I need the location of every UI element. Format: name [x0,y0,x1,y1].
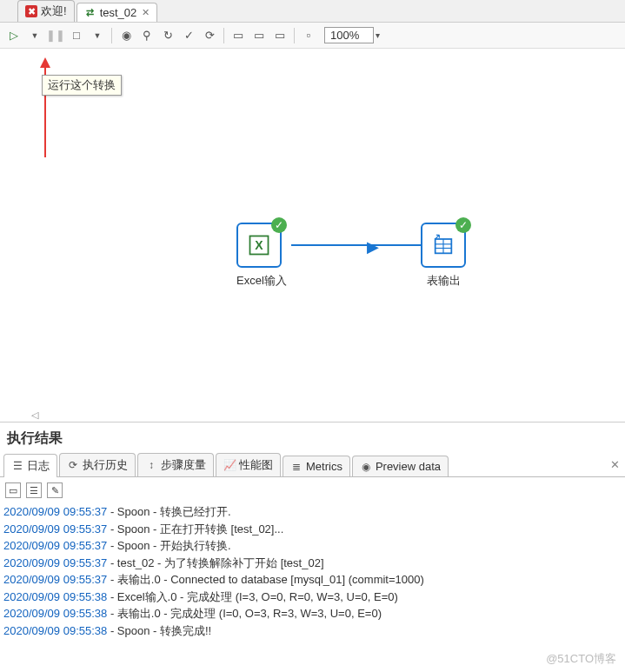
editor-tabs: ✖ 欢迎! ⇄ test_02 ✕ [0,0,625,23]
success-badge-icon: ✓ [271,217,287,233]
svg-marker-1 [40,57,50,68]
rtab-metrics-label: Metrics [306,460,342,473]
verify-button[interactable]: ✓ [179,26,198,45]
log-line: 2020/09/09 09:55:38 - 表输出.0 - 完成处理 (I=0,… [3,605,622,622]
log-line: 2020/09/09 09:55:37 - 表输出.0 - Connected … [3,571,622,589]
tab-welcome-label: 欢迎! [41,3,67,19]
stop-button[interactable]: □ [67,26,86,45]
separator [111,28,112,43]
history-icon: ⟳ [67,459,79,471]
tab-test02-label: test_02 [100,6,137,19]
tab-welcome[interactable]: ✖ 欢迎! [17,0,75,22]
log-line: 2020/09/09 09:55:37 - Spoon - 正在打开转换 [te… [3,521,622,538]
explore-db-button[interactable]: ▭ [249,26,269,45]
perf-icon: 📈 [223,459,236,471]
log-line: 2020/09/09 09:55:37 - Spoon - 转换已经打开. [3,503,622,521]
svg-text:X: X [255,238,263,252]
run-tooltip: 运行这个转换 [42,75,122,96]
step-metrics-icon: ↕ [145,459,157,471]
log-line: 2020/09/09 09:55:37 - Spoon - 开始执行转换. [3,537,622,555]
preview-button[interactable]: ◉ [116,26,136,45]
rtab-history-label: 执行历史 [83,457,128,473]
rtab-perf[interactable]: 📈 性能图 [216,453,281,476]
step-excel-label: Excel输入 [236,273,287,289]
show-results-button[interactable]: ▭ [270,26,289,45]
impact-button[interactable]: ⟳ [200,26,219,45]
transform-icon: ⇄ [84,7,96,19]
excel-input-icon: X ✓ [236,223,282,268]
log-clear-button[interactable]: ▭ [5,482,21,498]
pause-button[interactable]: ❚❚ [46,26,65,45]
rtab-steps-label: 步骤度量 [161,457,206,473]
replay-button[interactable]: ↻ [158,26,177,45]
welcome-icon: ✖ [25,5,37,17]
close-panel-icon[interactable]: ✕ [610,458,620,471]
separator [223,28,224,43]
scroll-left-icon[interactable]: ◁ [31,409,42,420]
table-output-icon: ✓ [421,223,466,268]
rtab-preview[interactable]: ◉ Preview data [352,456,449,476]
rtab-step-metrics[interactable]: ↕ 步骤度量 [137,453,214,476]
step-table-label: 表输出 [421,273,466,289]
watermark: @51CTO博客 [546,651,616,667]
metrics-icon: ≣ [290,461,303,473]
chevron-down-icon[interactable]: ▾ [376,30,380,40]
log-line: 2020/09/09 09:55:37 - test_02 - 为了转换解除补丁… [3,555,622,572]
results-title: 执行结果 [7,429,618,448]
align-button[interactable]: ▫ [299,26,318,45]
log-icon: ☰ [11,460,23,472]
log-settings-button[interactable]: ☰ [26,482,42,498]
toolbar: ▷ ▼ ❚❚ □ ▼ ◉ ⚲ ↻ ✓ ⟳ ▭ ▭ ▭ ▫ 100% ▾ [0,23,625,49]
close-icon[interactable]: ✕ [142,7,150,18]
rtab-log-label: 日志 [27,458,50,474]
log-line: 2020/09/09 09:55:38 - Spoon - 转换完成!! [3,622,622,640]
run-button[interactable]: ▷ [4,26,23,45]
tab-test02[interactable]: ⇄ test_02 ✕ [76,3,158,22]
rtab-perf-label: 性能图 [239,457,273,473]
preview-icon: ◉ [360,461,372,473]
separator [294,28,295,43]
zoom-value[interactable]: 100% [324,27,374,43]
rtab-preview-label: Preview data [376,460,441,473]
canvas[interactable]: 运行这个转换 X ✓ Excel输入 ▶ ✓ 表输出 ◁ [0,49,625,422]
results-tabs: ☰ 日志 ⟳ 执行历史 ↕ 步骤度量 📈 性能图 ≣ Metrics ◉ Pre… [0,453,625,477]
debug-button[interactable]: ⚲ [137,26,156,45]
results-header: 执行结果 [0,422,625,453]
rtab-metrics[interactable]: ≣ Metrics [283,456,350,476]
hop-line[interactable] [291,244,430,246]
log-copy-button[interactable]: ✎ [47,482,63,498]
log-controls: ▭ ☰ ✎ [3,481,622,503]
log-lines[interactable]: 2020/09/09 09:55:37 - Spoon - 转换已经打开.202… [3,503,622,639]
hop-arrow-icon: ▶ [367,237,379,256]
stop-dropdown[interactable]: ▼ [88,26,107,45]
rtab-history[interactable]: ⟳ 执行历史 [59,453,136,476]
log-panel: ▭ ☰ ✎ 2020/09/09 09:55:37 - Spoon - 转换已经… [0,477,625,642]
rtab-log[interactable]: ☰ 日志 [3,454,57,477]
step-table-output[interactable]: ✓ 表输出 [421,223,466,289]
log-line: 2020/09/09 09:55:38 - Excel输入.0 - 完成处理 (… [3,589,622,606]
annotation-arrow [37,57,54,162]
step-excel-input[interactable]: X ✓ Excel输入 [236,223,287,289]
sql-button[interactable]: ▭ [229,26,248,45]
run-dropdown[interactable]: ▼ [25,26,44,45]
zoom-control[interactable]: 100% ▾ [324,27,380,43]
success-badge-icon: ✓ [455,217,471,233]
